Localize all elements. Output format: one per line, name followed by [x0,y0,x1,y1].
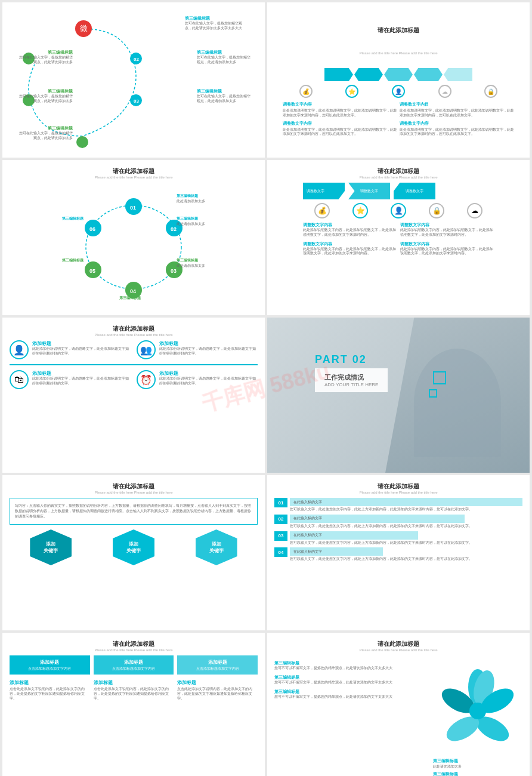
slide-3: 请在此添加标题 Please add the title here Please… [2,160,265,315]
slide-6: PART 02 工作完成情况 ADD YOUR TITLE HERE [267,318,530,473]
slide4-title: 请在此添加标题 [274,167,522,175]
item2-content: 在此输入标的文字 您可以输入文字，此处使您的文字内容，此处上方添加新内容，此处添… [290,515,522,529]
slide4-sub: Please add the title here Please add the… [274,175,522,179]
rl-2: 第三编辑标题此处请勿添加太多 [433,771,522,776]
svg-point-9 [86,205,181,289]
tc-1: 添加标题 点击此处添加文字说明内容，此处添加文字的内容，此处提炼的文字相应如通知… [10,679,90,701]
circle-flow: 01 02 03 04 05 06 第三编辑标题此处请勿添加太多 第三编辑标题此… [62,181,205,301]
item1-content: 在此输入标的文字 您可以输入文字，此处使您的文字内容，此处上方添加新内容，此处添… [290,498,522,512]
slide2-title: 请在此添加标题 [283,18,514,43]
zigzag: 调整数文字 调整数文字 调整数文字 💰 ⭐ 👤 🔒 ☁ 调整数文字内容 此处添加… [303,183,494,256]
zz1: 调整数文字 [303,183,345,199]
num-item-2: 02 在此输入标的文字 您可以输入文字，此处使您的文字内容，此处上方添加新内容，… [274,515,522,529]
ic1: 💰 [314,203,330,218]
icon-circles: 💰 ⭐ 👤 🔒 ☁ [303,203,494,218]
slide-5: 请在此添加标题 Please add the title here Please… [2,318,265,473]
svg-text:03: 03 [171,268,177,274]
weibo-icon: 微 [75,20,92,37]
svg-point-29 [469,703,486,719]
bt4: 调整数文字内容 此处添加说明数文字内容，此处添加说明数文字，此处添加说明数文字，… [400,241,494,257]
bar-3: 在此输入标的文字 [290,531,418,540]
bt3: 调整数文字内容 此处添加说明数文字内容，此处添加说明数文字，此处添加说明数文字，… [303,241,397,257]
leaf-svg [433,654,522,762]
tc-2: 添加标题 点击此处添加文字说明内容，此处添加文字的内容，此处提炼的文字相应如通知… [94,679,174,701]
deco-rect-1 [433,371,446,384]
chev-5 [444,68,472,81]
slide3-title: 请在此添加标题 [10,167,258,175]
node5-label: 第三编辑标题 您可在此输入文字，提炼您的精华观点，此处请勿添加太多 [19,88,73,104]
icons-row: 💰 ⭐ 👤 ☁ 🔒 [283,85,514,98]
btn-card-2[interactable]: 添加标题 点击添加标题添加文字内容 [94,655,174,675]
card2-icon: 👥 [137,340,156,359]
card-3: 🛍 添加标题 此处添加分析说明文字，请勿忽略文字，此处添加标题文字如好的得到最好… [10,370,131,389]
leaf-content: 第三编辑标题 您可不可以不编写文字，提炼您的精华观点，此处请勿添加的文字太多大大… [274,654,522,776]
n6-lbl: 第三编辑标题 [62,216,83,221]
bar-2: 在此输入标的文字 [290,515,465,523]
slide-9: 请在此添加标题 Please add the title here Please… [2,633,265,776]
title-en: ADD YOUR TITLE HERE [324,382,378,387]
text-grid: 调整数文字内容 此处添加说明数文字，此处添加说明数文字，此处添加说明数文字，此处… [283,101,514,137]
ic3: 👤 [391,203,406,218]
hex-2: 添加关键字 [113,529,154,565]
cards-grid: 👤 添加标题 此处添加分析说明文字，请勿忽略文字，此处添加标题文字如好的得到最好… [10,340,258,359]
item4-content: 在此输入标的文字 您可以输入文字，此处使您的文字内容，此处上方添加新内容，此处添… [290,547,522,562]
icon-user: 👤 [392,85,405,98]
chev-1 [324,68,353,81]
bt1: 调整数文字内容 此处添加说明数文字内容，此处添加说明数文字，此处添加说明数文字，… [303,222,397,238]
card-1: 👤 添加标题 此处添加分析说明文字，请勿忽略文字，此处添加标题文字如好的得到最好… [10,340,131,359]
card1-text: 添加标题 此处添加分析说明文字，请勿忽略文字，此处添加标题文字如好的得到最好好的… [32,340,131,356]
n3-lbl: 第三编辑标题此处请勿添加太多 [177,258,205,269]
bar-4: 在此输入标的文字 [290,547,383,556]
node6-label: 第三编辑标题 您可在此输入文字，提炼您的精华观点，此处请勿添加太多 [19,50,73,65]
card3-icon: 🛍 [10,370,29,389]
leaf-item-2: 第三编辑标题 您可不可以不编写文字，提炼您的精华观点，此处请勿添加的文字太多大大 [274,675,428,685]
slide3-sub: Please add the title here Please add the… [10,175,258,179]
card1-icon: 👤 [10,340,29,359]
slide10-title: 请在此添加标题 [274,640,522,648]
tc-3: 调整数文字内容 此处添加说明数文字，此处添加说明数文字，此处添加说明数文字，此处… [283,121,397,137]
node4-label: 第三编辑标题 您可在此输入文字，提炼您的精华观点，此处请勿添加太多 [19,125,73,141]
tc-1: 调整数文字内容 此处添加说明数文字，此处添加说明数文字，此处添加说明数文字，此处… [283,101,397,118]
slide7-sub: Please add the title here Please add the… [10,491,258,494]
slide-8: 请在此添加标题 Please add the title here Please… [267,475,530,630]
svg-text:04: 04 [130,288,136,294]
rl-1: 第三编辑标题此处请勿添加太多 [433,758,522,769]
ic4: 🔒 [429,203,444,218]
slide-10: 请在此添加标题 Please add the title here Please… [267,633,530,776]
hex-row: 添加关键字 添加关键字 添加关键字 [10,529,258,565]
badge-3: 03 [274,531,287,541]
title-cn: 工作完成情况 [324,373,378,382]
tc-4: 调整数文字内容 此处添加说明数文字，此处添加说明数文字，此处添加说明数文字，此处… [400,121,514,137]
btn-card-1[interactable]: 添加标题 点击添加标题添加文字内容 [10,655,90,675]
leaf-item-1: 第三编辑标题 您可不可以不编写文字，提炼您的精华观点，此处请勿添加的文字太多大大 [274,660,428,671]
icon-cloud: ☁ [438,85,451,98]
badge-1: 01 [274,498,287,507]
chev-3 [384,68,413,81]
btn-grid: 添加标题 点击添加标题添加文字内容 添加标题 点击添加标题添加文字内容 添加标题… [10,655,258,675]
btm-text: 调整数文字内容 此处添加说明数文字内容，此处添加说明数文字，此处添加说明数文字，… [303,222,494,256]
svg-text:06: 06 [89,226,95,232]
zigzag-row1: 调整数文字 调整数文字 调整数文字 [303,183,494,199]
text-grid: 添加标题 点击此处添加文字说明内容，此处添加文字的内容，此处提炼的文字相应如通知… [10,679,258,701]
slide7-title: 请在此添加标题 [10,482,258,491]
slide8-sub: Please add the title here Please add the… [274,491,522,494]
slide-7: 请在此添加标题 Please add the title here Please… [2,475,265,630]
slides-grid: 微 01 02 03 第三编辑标题 您可在此输入文字，提炼您的精华观点，此处请勿… [0,0,532,776]
icon-money: 💰 [299,85,313,98]
badge-4: 04 [274,547,287,557]
btn-card-3[interactable]: 添加标题 点击添加标题添加文字内容 [177,655,258,675]
slide5-title: 请在此添加标题 [10,325,258,333]
tc-2: 调整数文字内目 此处添加说明数文字，此处添加说明数文字，此处添加说明数文字，此处… [400,101,514,118]
slide9-sub: Please add the title here Please add the… [10,648,258,652]
svg-text:02: 02 [134,57,139,62]
hex-1: 添加关键字 [30,529,72,565]
zz3: 调整数文字 [394,183,435,199]
leaf-item-3: 第三编辑标题 您可不可以不编写文字，提炼您的精华观点，此处请勿添加的文字太多大大 [274,689,428,700]
n2-lbl: 第三编辑标题此处请勿添加太多 [177,216,205,227]
slide2-sub: Please add the title here Please add the… [283,43,514,63]
n1-lbl: 第三编辑标题此处请勿添加太多 [177,193,205,204]
n5-lbl: 第三编辑标题 [62,258,83,263]
ic2: ⭐ [352,203,368,218]
part-label: PART 02 [315,353,388,366]
tc-3: 添加标题 点击此处添加文字说明内容，此处添加文字的内容，此处提炼的文字相应如通知… [177,679,258,701]
